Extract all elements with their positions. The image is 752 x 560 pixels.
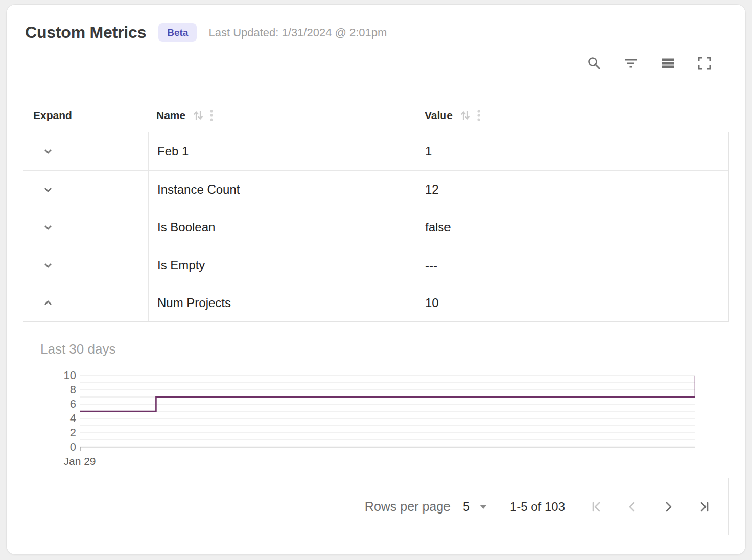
fullscreen-icon[interactable] <box>696 55 713 72</box>
grid-toolbar <box>7 42 745 72</box>
cell-name: Is Empty <box>148 246 416 284</box>
y-tick-label: 8 <box>70 384 76 395</box>
collapse-row-button[interactable] <box>41 296 55 310</box>
chevron-up-icon <box>41 296 55 310</box>
filter-icon[interactable] <box>623 55 639 72</box>
y-tick-label: 2 <box>70 427 76 438</box>
chevron-down-icon <box>41 259 55 272</box>
table-body: Feb 1 1 Instance Count 12 Is Boole <box>23 132 729 322</box>
table-footer: Rows per page 5 1-5 of 103 <box>23 478 729 535</box>
rows-per-page-dropdown-icon[interactable] <box>479 504 487 509</box>
column-label-name: Name <box>156 109 185 122</box>
cell-name: Instance Count <box>148 171 416 208</box>
table-row: Is Boolean false <box>24 208 729 246</box>
expand-row-button[interactable] <box>41 144 55 158</box>
sort-icon[interactable] <box>192 109 204 122</box>
page-title: Custom Metrics <box>25 23 146 42</box>
cell-value: 1 <box>416 132 729 170</box>
sort-icon[interactable] <box>459 109 472 122</box>
column-menu-icon[interactable] <box>476 109 482 122</box>
cell-name: Num Projects <box>148 284 416 321</box>
chevron-down-icon <box>41 221 55 234</box>
chart-svg <box>80 375 695 452</box>
column-label-value: Value <box>425 109 453 122</box>
cell-value: false <box>416 208 729 246</box>
metrics-table: Expand Name Value <box>23 99 729 322</box>
first-page-icon[interactable] <box>590 500 604 514</box>
cell-name: Feb 1 <box>148 132 416 170</box>
y-tick-label: 10 <box>64 370 76 381</box>
custom-metrics-card: Custom Metrics Beta Last Updated: 1/31/2… <box>6 4 746 555</box>
step-chart: 0246810 Jan 29 <box>23 375 729 452</box>
value-header-icons <box>459 109 482 122</box>
expand-row-button[interactable] <box>41 258 55 272</box>
last-updated-text: Last Updated: 1/31/2024 @ 2:01pm <box>208 26 387 39</box>
chart-x-axis-label: Jan 29 <box>63 455 96 468</box>
column-label-expand: Expand <box>33 109 72 122</box>
column-header-value[interactable]: Value <box>415 109 729 122</box>
table-row: Feb 1 1 <box>24 132 729 170</box>
cell-name: Is Boolean <box>148 208 416 246</box>
name-header-icons <box>192 109 215 122</box>
chevron-down-icon <box>41 183 55 196</box>
table-row: Is Empty --- <box>24 246 729 284</box>
search-icon[interactable] <box>586 55 602 72</box>
table-header-row: Expand Name Value <box>23 99 729 132</box>
rows-per-page-label: Rows per page <box>365 499 451 514</box>
row-detail-panel: Last 30 days 0246810 Jan 29 <box>23 341 729 452</box>
chart-title: Last 30 days <box>40 341 729 357</box>
y-tick-label: 6 <box>70 399 76 410</box>
density-icon[interactable] <box>660 55 676 72</box>
chart-plot-area: Jan 29 <box>80 375 695 452</box>
chevron-down-icon <box>41 145 55 158</box>
y-tick-label: 4 <box>70 413 76 424</box>
expand-row-button[interactable] <box>41 182 55 197</box>
y-tick-label: 0 <box>70 441 76 453</box>
previous-page-icon[interactable] <box>625 500 640 514</box>
table-row-expanded: Num Projects 10 <box>24 284 729 321</box>
rows-per-page-value[interactable]: 5 <box>463 499 470 514</box>
table-row: Instance Count 12 <box>24 170 729 208</box>
column-header-name[interactable]: Name <box>148 109 415 122</box>
header: Custom Metrics Beta Last Updated: 1/31/2… <box>7 5 745 42</box>
cell-value: 12 <box>416 171 729 208</box>
cell-value: 10 <box>416 284 729 321</box>
pagination-controls <box>590 500 711 514</box>
pagination-range-label: 1-5 of 103 <box>510 500 565 514</box>
last-page-icon[interactable] <box>697 500 711 514</box>
column-header-expand: Expand <box>23 109 148 122</box>
chart-y-axis-labels: 0246810 <box>23 375 80 452</box>
beta-badge: Beta <box>158 23 197 42</box>
column-menu-icon[interactable] <box>208 109 215 122</box>
next-page-icon[interactable] <box>661 500 675 514</box>
cell-value: --- <box>416 246 729 284</box>
expand-row-button[interactable] <box>41 220 55 235</box>
